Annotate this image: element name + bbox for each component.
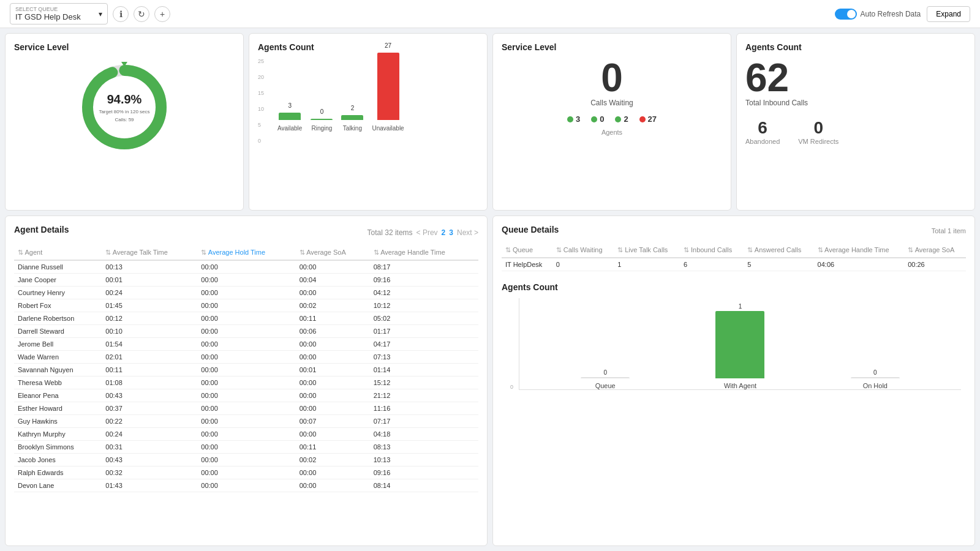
table-cell: 00:00 — [296, 466, 370, 479]
donut-container: 94.9% Target 80% in 120 secs Calls: 59 — [14, 58, 235, 156]
add-icon[interactable]: + — [154, 6, 170, 22]
dot-green-1 — [567, 116, 573, 122]
table-cell: 00:24 — [102, 427, 197, 440]
agents-count-bottom: Agents Count 0 0 Queue 1 With Agent — [502, 282, 966, 408]
bar-available: 3 Available — [277, 102, 302, 132]
bottom-bar-hold-label: On Hold — [863, 382, 888, 389]
page-2[interactable]: 2 — [442, 228, 446, 237]
pagination: Total 32 items < Prev 2 3 Next > — [368, 228, 478, 237]
expand-button[interactable]: Expand — [927, 6, 970, 22]
col-sort-icon: ⇅ — [201, 249, 208, 256]
bottom-bar-hold-val: 0 — [873, 369, 877, 376]
agent-details-header: Agent Details Total 32 items < Prev 2 3 … — [14, 225, 478, 241]
dot-item-2: 0 — [591, 114, 604, 124]
table-cell: 00:24 — [102, 286, 197, 299]
table-cell: 00:02 — [296, 453, 370, 466]
service-level-card: Service Level 94.9% Target 80% in 120 se… — [5, 33, 244, 211]
table-row: Guy Hawkins00:2200:0000:0707:17 — [14, 414, 478, 427]
table-cell: 07:17 — [370, 414, 478, 427]
table-cell: 00:00 — [197, 427, 295, 440]
bottom-bar-on-hold: 0 On Hold — [851, 369, 900, 389]
table-cell: 09:16 — [370, 273, 478, 286]
table-cell: 04:18 — [370, 427, 478, 440]
table-cell: 21:12 — [370, 389, 478, 402]
table-row: Brooklyn Simmons00:3100:0000:1108:13 — [14, 440, 478, 453]
table-cell: 00:11 — [296, 312, 370, 324]
col-sort-icon: ⇅ — [300, 249, 306, 256]
bar-unavailable-label: Unavailable — [372, 125, 404, 132]
agents-total-title: Agents Count — [745, 42, 966, 52]
q-col-handle[interactable]: ⇅ Average Handle Time — [814, 243, 905, 258]
table-cell: 00:07 — [296, 414, 370, 427]
col-agent[interactable]: ⇅ Agent — [14, 246, 102, 260]
topbar: SELECT QUEUE IT GSD Help Desk ▾ ℹ ↻ + Au… — [0, 0, 980, 28]
table-cell: 00:00 — [197, 414, 295, 427]
next-page[interactable]: Next > — [457, 228, 478, 237]
q-col-inbound[interactable]: ⇅ Inbound Calls — [680, 243, 744, 258]
bottom-bar-queue-label: Queue — [595, 382, 616, 389]
table-cell: 01:45 — [102, 299, 197, 312]
service-level-queue-title: Service Level — [502, 42, 722, 52]
dot-item-3: 2 — [615, 114, 628, 124]
table-row: Savannah Nguyen00:1100:0000:0101:14 — [14, 363, 478, 376]
q-col-queue[interactable]: ⇅ Queue — [502, 243, 552, 258]
col-sort-icon: ⇅ — [105, 249, 112, 256]
table-row: Darlene Robertson00:1200:0000:1105:02 — [14, 312, 478, 324]
info-icon[interactable]: ℹ — [113, 6, 129, 22]
table-cell: 04:12 — [370, 286, 478, 299]
page-3[interactable]: 3 — [449, 228, 453, 237]
table-cell: Ralph Edwards — [14, 466, 102, 479]
table-cell: Kathryn Murphy — [14, 427, 102, 440]
bottom-bar-agent-bar — [715, 311, 764, 378]
table-cell: 00:00 — [197, 453, 295, 466]
prev-page[interactable]: < Prev — [417, 228, 438, 237]
table-cell: 00:22 — [102, 414, 197, 427]
table-cell: 01:08 — [102, 376, 197, 389]
queue-select[interactable]: SELECT QUEUE IT GSD Help Desk ▾ — [10, 3, 108, 24]
refresh-icon[interactable]: ↻ — [134, 6, 149, 22]
table-cell: 01:17 — [370, 324, 478, 337]
queue-select-label: SELECT QUEUE — [15, 6, 81, 12]
auto-refresh-label: Auto Refresh Data — [861, 10, 921, 18]
dot-green-2 — [591, 116, 597, 122]
table-cell: 00:00 — [197, 363, 295, 376]
y-label-15: 15 — [258, 90, 264, 96]
table-cell: Jacob Jones — [14, 453, 102, 466]
dot-val-4: 27 — [648, 114, 657, 124]
bar-ringing: 0 Ringing — [311, 108, 333, 132]
table-cell: Eleanor Pena — [14, 389, 102, 402]
table-cell: 00:00 — [296, 389, 370, 402]
col-handle-time[interactable]: ⇅ Average Handle Time — [370, 246, 478, 260]
table-cell: 00:12 — [102, 312, 197, 324]
table-cell: 0 — [552, 258, 614, 271]
table-cell: 00:00 — [296, 337, 370, 350]
auto-refresh-toggle[interactable]: Auto Refresh Data — [835, 9, 921, 20]
table-cell: Dianne Russell — [14, 260, 102, 274]
table-cell: 00:04 — [296, 273, 370, 286]
chevron-down-icon: ▾ — [99, 10, 102, 18]
q-col-waiting[interactable]: ⇅ Calls Waiting — [552, 243, 614, 258]
table-cell: 00:37 — [102, 402, 197, 414]
col-hold-time[interactable]: ⇅ Average Hold Time — [197, 246, 295, 260]
table-cell: Theresa Webb — [14, 376, 102, 389]
table-cell: 04:06 — [814, 258, 905, 271]
agents-count-top-title: Agents Count — [258, 42, 478, 52]
table-cell: 00:00 — [197, 299, 295, 312]
total-items-label: Total 32 items — [368, 228, 413, 237]
col-talk-time[interactable]: ⇅ Average Talk Time — [102, 246, 197, 260]
q-col-soa[interactable]: ⇅ Average SoA — [904, 243, 966, 258]
dot-val-1: 3 — [576, 114, 580, 124]
agent-table: ⇅ Agent ⇅ Average Talk Time ⇅ Average Ho… — [14, 246, 478, 492]
q-col-live[interactable]: ⇅ Live Talk Calls — [614, 243, 680, 258]
table-cell: 05:02 — [370, 312, 478, 324]
toggle-track[interactable] — [835, 9, 857, 20]
bar-talking: 2 Talking — [341, 105, 363, 132]
table-cell: 00:00 — [197, 479, 295, 492]
col-soa[interactable]: ⇅ Average SoA — [296, 246, 370, 260]
bar-talking-label: Talking — [343, 125, 362, 132]
q-col-answered[interactable]: ⇅ Answered Calls — [744, 243, 813, 258]
agents-total-card: Agents Count 62 Total Inbound Calls 6 Ab… — [736, 33, 975, 211]
table-cell: 01:54 — [102, 337, 197, 350]
table-row: IT HelpDesk016504:0600:26 — [502, 258, 966, 271]
svg-text:94.9%: 94.9% — [107, 92, 142, 106]
